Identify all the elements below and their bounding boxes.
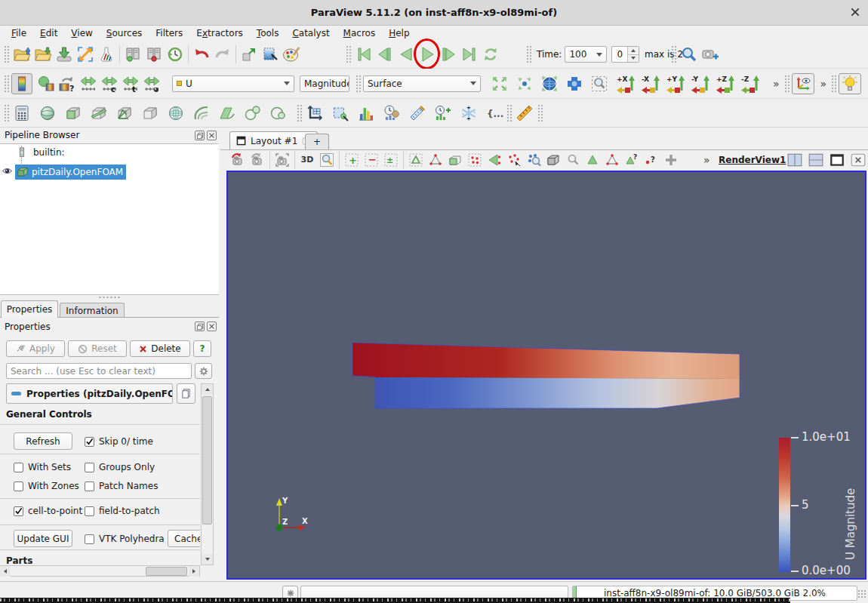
query-points-button[interactable] [642, 151, 661, 169]
camera-axis-plusminus-y-button[interactable]: +Y [664, 73, 689, 94]
select-cells-through-button[interactable]: ± [381, 151, 401, 169]
histogram-filter-button[interactable] [356, 103, 377, 124]
menu-extractors[interactable]: Extractors [189, 26, 250, 40]
stream-tracer-button[interactable] [191, 103, 212, 124]
checkbox-with-zones[interactable]: With Zones [14, 481, 79, 491]
extract-selection-button[interactable] [330, 103, 351, 124]
split-horizontal-button[interactable] [785, 151, 805, 169]
select-points-on-button[interactable]: − [362, 151, 381, 169]
screenshot-button[interactable] [75, 44, 96, 65]
capture-screenshot-button[interactable] [272, 151, 292, 169]
menu-tools[interactable]: Tools [250, 26, 286, 40]
plot-over-time-button[interactable] [432, 103, 454, 124]
select-block-button[interactable] [445, 151, 465, 169]
save-data-button[interactable] [54, 44, 75, 65]
programmable-filter-button[interactable]: {...} [484, 103, 505, 124]
checkbox-vtk-polyhedra[interactable]: VTK Polyhedra [85, 534, 165, 544]
menu-macros[interactable]: Macros [337, 26, 383, 40]
add-annotation-button[interactable] [661, 151, 681, 169]
contour-filter-button[interactable] [37, 103, 58, 124]
interactive-select-points-button[interactable] [504, 151, 524, 169]
rescale-custom-button[interactable] [99, 73, 120, 94]
reset-session-button[interactable] [165, 44, 186, 65]
checkbox-groups-only[interactable]: Groups Only [85, 462, 155, 472]
slice-filter-button[interactable] [88, 103, 109, 124]
camera-axis-minus-z-button[interactable]: -Z [739, 73, 764, 94]
shrink-selection-button[interactable] [602, 151, 622, 169]
render-view-name[interactable]: RenderView1 [719, 155, 786, 165]
cache-button-clipped[interactable]: Cache [168, 530, 200, 547]
delete-button[interactable]: Delete [130, 340, 190, 357]
menu-file[interactable]: File [5, 26, 33, 40]
properties-close-button[interactable] [207, 321, 217, 331]
calculator-filter-button[interactable] [11, 103, 32, 124]
play-button[interactable] [417, 44, 438, 65]
color-palette-button[interactable] [281, 44, 302, 65]
help-button[interactable]: ? [193, 340, 211, 357]
add-camera-link-button[interactable] [700, 44, 721, 65]
checkbox-patch-names[interactable]: Patch Names [85, 481, 158, 491]
camera-axis-minus-x-button[interactable]: -X [639, 73, 664, 94]
properties-float-button[interactable] [195, 321, 205, 331]
spin-up-icon[interactable] [628, 47, 639, 54]
camera-axis-minus-y-button[interactable]: -Y [689, 73, 714, 94]
first-frame-button[interactable] [353, 44, 374, 65]
search-input[interactable]: Search ... (use Esc to clear text) [6, 363, 192, 379]
reset-camera-direction-button[interactable] [248, 151, 267, 169]
select-points-box-button[interactable] [465, 151, 485, 169]
save-state-button[interactable] [32, 44, 54, 65]
render-view[interactable]: Y X Z 1.0e+01 5 0.0e+00 U Magnitude [226, 171, 866, 580]
interactive-select-cells-button[interactable] [485, 151, 504, 169]
source-link-button[interactable] [239, 44, 260, 65]
clip-filter-button[interactable] [63, 103, 84, 124]
previous-frame-button[interactable] [374, 44, 396, 65]
light-kit-button[interactable] [839, 73, 861, 94]
scroll-up-icon[interactable] [202, 384, 213, 395]
redo-button[interactable] [212, 44, 233, 65]
color-array-combo[interactable]: U [172, 75, 294, 92]
rescale-visible-button[interactable] [141, 73, 162, 94]
visibility-eye-icon[interactable] [2, 165, 13, 179]
camera-axis-plusminus-z-button[interactable]: +Z [714, 73, 739, 94]
copy-properties-button[interactable] [177, 383, 195, 404]
select-points-polygon-button[interactable] [426, 151, 445, 169]
split-vertical-button[interactable] [806, 151, 826, 169]
threshold-filter-button[interactable] [114, 103, 135, 124]
zoom-closest-button[interactable] [514, 73, 535, 94]
spreadsheet-view-button[interactable] [304, 103, 325, 124]
temporal-interpolator-button[interactable] [458, 103, 479, 124]
ruler-source-button[interactable] [514, 103, 535, 124]
auto-apply-button[interactable] [260, 44, 281, 65]
zoom-box-view-button[interactable] [317, 151, 337, 169]
connect-button[interactable] [122, 44, 143, 65]
representation-combo[interactable]: Surface [363, 75, 481, 92]
checkbox-with-sets[interactable]: With Sets [14, 462, 71, 472]
properties-hscrollbar[interactable] [0, 565, 200, 577]
pipeline-item-builtin[interactable]: builtin: [17, 147, 65, 158]
properties-section-header[interactable]: Properties (pitzDaily.OpenFOAM [6, 383, 173, 404]
frame-spinbox[interactable]: 0 [611, 46, 639, 63]
scroll-right-icon[interactable] [189, 566, 199, 577]
render-toolbar-overflow[interactable]: » [703, 154, 710, 166]
reset-camera-view-button[interactable] [228, 151, 248, 169]
pipeline-item-pitzdaily[interactable]: pitzDaily.OpenFOAM [2, 165, 126, 180]
rescale-data-range-button[interactable] [78, 73, 99, 94]
grow-selection-button[interactable] [583, 151, 602, 169]
color-legend-bar[interactable] [779, 438, 790, 572]
plot-over-line-button[interactable] [407, 103, 428, 124]
pipeline-item-selected[interactable]: pitzDaily.OpenFOAM [15, 165, 126, 180]
last-frame-button[interactable] [459, 44, 480, 65]
search-options-button[interactable] [195, 363, 212, 379]
window-close-icon[interactable] [850, 7, 860, 20]
panel-splitter-handle[interactable] [98, 296, 121, 299]
disconnect-button[interactable] [143, 44, 165, 65]
select-cells-polygon-button[interactable] [406, 151, 426, 169]
zoom-to-data-button[interactable] [564, 73, 585, 94]
checkbox-field-to-patch[interactable]: field-to-patch [85, 506, 160, 516]
reset-camera-closest-button[interactable] [539, 73, 560, 94]
time-value-combo[interactable]: 100 [565, 46, 607, 63]
scrollbar-thumb[interactable] [146, 567, 187, 576]
extract-level-button[interactable] [268, 103, 289, 124]
resize-grip[interactable] [857, 589, 866, 598]
new-layout-tab[interactable]: + [305, 134, 329, 149]
